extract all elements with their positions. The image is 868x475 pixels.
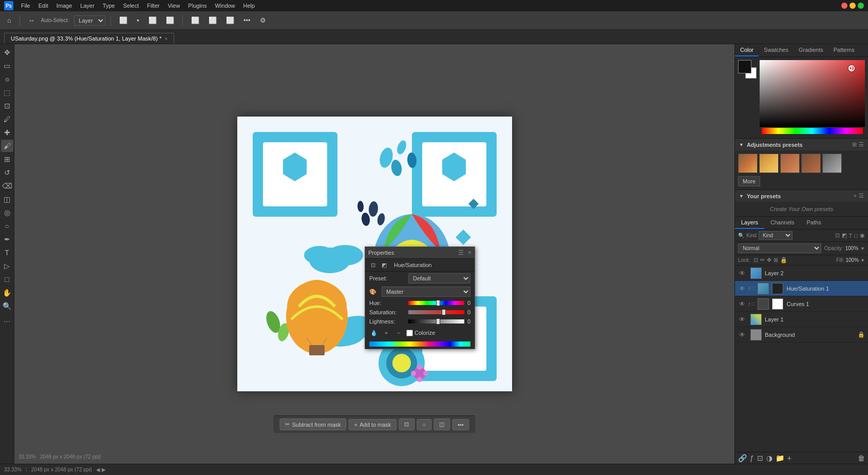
tool-marquee[interactable]: ▭: [1, 60, 13, 72]
hue-slider-thumb[interactable]: [436, 300, 440, 306]
document-tab[interactable]: USaturday.png @ 33.3% (Hue/Saturation 1,…: [4, 33, 174, 44]
tool-dodge[interactable]: ○: [1, 220, 13, 232]
filter-kind-select[interactable]: Kind Name Effect Mode Attribute Color: [759, 231, 792, 240]
layer-item-layer1[interactable]: 👁 Layer 1: [735, 312, 868, 327]
align-top[interactable]: ⬜: [163, 15, 177, 26]
tool-history-brush[interactable]: ↺: [1, 166, 13, 179]
preset-thumb-4[interactable]: [801, 154, 821, 173]
menu-image[interactable]: Image: [53, 2, 76, 10]
colorize-input[interactable]: [406, 330, 413, 336]
menu-window[interactable]: Window: [211, 2, 238, 10]
hue-bar[interactable]: [762, 128, 863, 134]
tool-gradient[interactable]: ◫: [1, 193, 13, 205]
layer1-visibility-icon[interactable]: 👁: [738, 315, 746, 324]
blend-mode-select[interactable]: Normal Multiply Screen Overlay: [738, 243, 821, 253]
tab-layers[interactable]: Layers: [735, 217, 764, 229]
remove-sample-button[interactable]: −: [394, 328, 403, 337]
bg-visibility-icon[interactable]: 👁: [738, 331, 746, 339]
menu-view[interactable]: View: [164, 2, 184, 10]
opacity-chevron-icon[interactable]: ▼: [860, 246, 865, 251]
add-sample-button[interactable]: +: [382, 328, 391, 337]
filter-smart-icon[interactable]: ◉: [860, 232, 865, 239]
delete-layer-button[interactable]: 🗑: [858, 454, 865, 462]
tool-type[interactable]: T: [1, 246, 13, 259]
menu-help[interactable]: Help: [240, 2, 259, 10]
layer2-visibility-icon[interactable]: 👁: [738, 269, 746, 277]
tab-color[interactable]: Color: [735, 44, 759, 56]
new-fill-layer-button[interactable]: ◑: [766, 454, 772, 462]
lightness-slider[interactable]: [408, 319, 464, 324]
adjustments-menu-icon[interactable]: ☰: [859, 141, 864, 148]
tab-close-button[interactable]: ×: [164, 36, 167, 42]
props-icon-adj[interactable]: ◩: [380, 260, 389, 270]
your-presets-add-icon[interactable]: +: [854, 193, 857, 199]
menu-filter[interactable]: Filter: [143, 2, 163, 10]
tool-blur[interactable]: ◎: [1, 206, 13, 219]
colorize-checkbox[interactable]: Colorize: [406, 330, 435, 336]
tool-zoom[interactable]: 🔍: [1, 300, 13, 312]
maximize-button[interactable]: [858, 3, 864, 9]
subtract-from-mask-button[interactable]: ✂ Subtract from mask: [279, 419, 346, 430]
menu-edit[interactable]: Edit: [35, 2, 52, 10]
layer-item-hue-saturation[interactable]: 👁 ƒ ⬚ Hue/Saturation 1: [735, 281, 868, 296]
fill-chevron-icon[interactable]: ▼: [860, 258, 865, 263]
filter-adj-icon[interactable]: ◩: [842, 232, 847, 239]
sat-slider-thumb[interactable]: [442, 309, 446, 315]
tab-channels[interactable]: Channels: [764, 217, 800, 229]
layer-item-layer2[interactable]: 👁 Layer 2: [735, 265, 868, 281]
lock-all-button[interactable]: 🔒: [780, 257, 787, 263]
tab-patterns[interactable]: Patterns: [828, 44, 860, 56]
menu-layer[interactable]: Layer: [77, 2, 98, 10]
adjustments-header[interactable]: ▼ Adjustments presets ⊞ ☰: [735, 139, 868, 150]
more-options-button[interactable]: •••: [240, 15, 254, 26]
link-layers-button[interactable]: 🔗: [738, 454, 747, 462]
tool-path-select[interactable]: ▷: [1, 260, 13, 272]
menu-plugins[interactable]: Plugins: [184, 2, 210, 10]
mask-option1-button[interactable]: ⊡: [399, 419, 414, 430]
tab-paths[interactable]: Paths: [801, 217, 827, 229]
adjustments-grid-icon[interactable]: ⊞: [852, 141, 857, 148]
add-style-button[interactable]: ƒ: [750, 454, 754, 462]
lock-position-button[interactable]: ✥: [767, 257, 771, 263]
tool-shape[interactable]: □: [1, 273, 13, 286]
color-spectrum[interactable]: [760, 60, 865, 127]
foreground-color[interactable]: [738, 60, 751, 73]
layer-item-curves[interactable]: 👁 ƒ ⬚ Curves 1: [735, 296, 868, 312]
tab-swatches[interactable]: Swatches: [759, 44, 794, 56]
tool-move[interactable]: ✥: [1, 46, 13, 59]
props-close-button[interactable]: ×: [468, 249, 471, 256]
minimize-button[interactable]: [850, 3, 856, 9]
preset-thumb-1[interactable]: [738, 154, 758, 173]
menu-file[interactable]: File: [17, 2, 34, 10]
align-left[interactable]: ⬜: [116, 15, 130, 26]
fg-bg-swatch[interactable]: [738, 60, 757, 79]
preset-select[interactable]: Default: [408, 273, 470, 283]
filter-type-icon[interactable]: T: [849, 233, 853, 239]
channel-select[interactable]: Master Reds Yellows Greens Cyans Blues M…: [382, 287, 470, 297]
props-icon-layer[interactable]: ⊡: [368, 260, 378, 270]
tool-eyedropper[interactable]: 🖊: [1, 113, 13, 125]
curves-visibility-icon[interactable]: 👁: [738, 300, 746, 308]
hue-sat-visibility-icon[interactable]: 👁: [738, 284, 746, 293]
lightness-slider-thumb[interactable]: [436, 318, 440, 325]
tool-hand[interactable]: ✋: [1, 287, 13, 299]
add-to-mask-button[interactable]: + Add to mask: [349, 419, 397, 430]
settings-button[interactable]: ⚙: [257, 15, 269, 26]
tab-gradients[interactable]: Gradients: [794, 44, 828, 56]
color-spectrum-area[interactable]: [760, 60, 865, 135]
mask-option2-button[interactable]: ○: [417, 419, 431, 430]
move-tool-options[interactable]: ↔: [25, 15, 38, 26]
distribute-left[interactable]: ⬜: [188, 15, 202, 26]
distribute-right[interactable]: ⬜: [223, 15, 237, 26]
filter-shape-icon[interactable]: □: [854, 233, 858, 239]
tool-pen[interactable]: ✒: [1, 233, 13, 245]
lock-transparent-button[interactable]: ⊡: [753, 257, 758, 263]
align-center[interactable]: ▪: [134, 15, 142, 26]
tool-lasso[interactable]: ⌾: [1, 73, 13, 85]
nav-arrows[interactable]: ◀ ▶: [96, 467, 106, 472]
auto-select-dropdown[interactable]: Layer Group: [74, 15, 105, 26]
lock-artboard-button[interactable]: ⊞: [773, 257, 778, 263]
your-presets-header[interactable]: ▼ Your presets + ☰: [735, 190, 868, 202]
saturation-slider[interactable]: [408, 310, 464, 314]
tool-healing[interactable]: ✚: [1, 126, 13, 139]
